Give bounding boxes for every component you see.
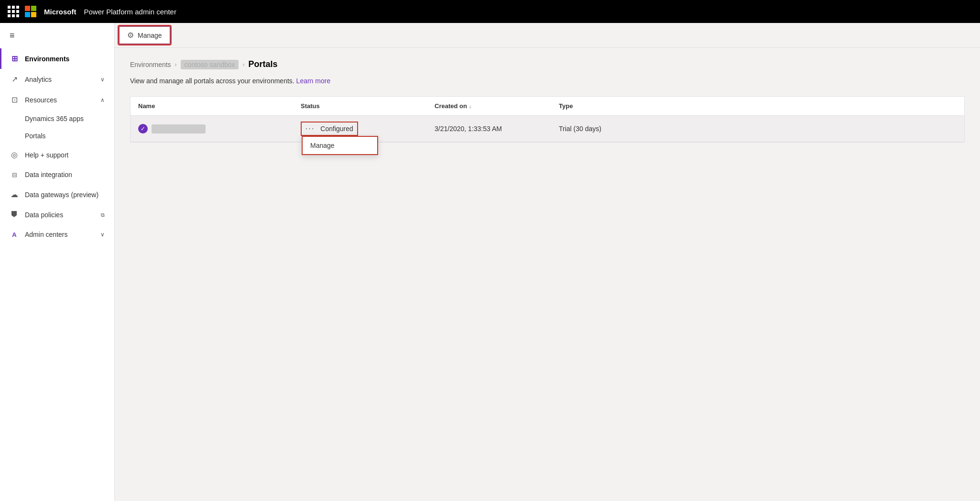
sidebar-item-data-integration[interactable]: ⊟ Data integration bbox=[0, 165, 114, 184]
created-on-value: 3/21/2020, 1:33:53 AM bbox=[435, 125, 502, 133]
page-content: Environments › contoso sandbox › Portals… bbox=[115, 48, 980, 501]
resources-icon: ⊡ bbox=[10, 95, 19, 104]
breadcrumb-separator-2: › bbox=[242, 61, 244, 68]
type-value: Trial (30 days) bbox=[559, 125, 601, 133]
environments-icon: ⊞ bbox=[10, 54, 19, 63]
sidebar-item-data-gateways[interactable]: ☁ Data gateways (preview) bbox=[0, 184, 114, 205]
data-policies-external-icon: ⧉ bbox=[101, 212, 105, 218]
sidebar-label-data-gateways: Data gateways (preview) bbox=[25, 191, 98, 199]
breadcrumb-separator-1: › bbox=[175, 61, 177, 68]
manage-button[interactable]: ⚙ Manage bbox=[119, 26, 171, 45]
analytics-chevron: ∨ bbox=[100, 76, 105, 83]
sidebar-label-dynamics365: Dynamics 365 apps bbox=[25, 115, 84, 122]
status-text: Configured bbox=[320, 125, 353, 133]
sidebar-label-analytics: Analytics bbox=[25, 76, 52, 83]
cell-status: ··· Configured Manage bbox=[301, 122, 435, 136]
breadcrumb-env-name: contoso sandbox bbox=[181, 60, 239, 69]
sidebar-label-admin-centers: Admin centers bbox=[25, 231, 67, 238]
row-name-blurred bbox=[152, 124, 206, 134]
page-description: View and manage all portals across your … bbox=[130, 77, 965, 85]
sidebar-item-admin-centers[interactable]: A Admin centers ∨ bbox=[0, 225, 114, 244]
toolbar: ⚙ Manage bbox=[115, 23, 980, 48]
main-content: ⚙ Manage Environments › contoso sandbox … bbox=[115, 23, 980, 501]
breadcrumb-current: Portals bbox=[248, 59, 277, 69]
col-status: Status bbox=[301, 102, 435, 110]
sidebar-label-data-integration: Data integration bbox=[25, 171, 72, 178]
sidebar-hamburger[interactable]: ≡ bbox=[0, 23, 114, 48]
sidebar-item-data-policies[interactable]: ⛊ Data policies ⧉ bbox=[0, 205, 114, 225]
sidebar-label-portals: Portals bbox=[25, 132, 46, 140]
data-policies-icon: ⛊ bbox=[10, 211, 19, 219]
analytics-icon: ↗ bbox=[10, 75, 19, 84]
sidebar-item-environments[interactable]: ⊞ Environments bbox=[0, 48, 114, 69]
table-header: Name Status Created on ↓ Type bbox=[131, 97, 964, 116]
microsoft-logo bbox=[25, 6, 36, 17]
cell-created: 3/21/2020, 1:33:53 AM bbox=[435, 125, 559, 133]
breadcrumb: Environments › contoso sandbox › Portals bbox=[130, 59, 965, 69]
learn-more-link[interactable]: Learn more bbox=[296, 77, 331, 85]
status-dropdown-menu: Manage bbox=[302, 136, 378, 155]
col-name: Name bbox=[138, 102, 301, 110]
status-highlighted-area: ··· Configured Manage bbox=[301, 122, 358, 136]
data-integration-icon: ⊟ bbox=[10, 171, 19, 178]
sidebar-label-data-policies: Data policies bbox=[25, 211, 63, 219]
sidebar-item-dynamics365[interactable]: Dynamics 365 apps bbox=[0, 110, 114, 127]
sidebar-item-help[interactable]: ◎ Help + support bbox=[0, 145, 114, 165]
portals-table: Name Status Created on ↓ Type bbox=[130, 96, 965, 143]
sidebar-item-portals[interactable]: Portals bbox=[0, 127, 114, 145]
col-type: Type bbox=[559, 102, 654, 110]
brand-name: Microsoft bbox=[44, 8, 76, 16]
admin-centers-icon: A bbox=[10, 231, 19, 238]
breadcrumb-environments[interactable]: Environments bbox=[130, 61, 171, 68]
manage-gear-icon: ⚙ bbox=[127, 31, 134, 40]
sidebar-item-analytics[interactable]: ↗ Analytics ∨ bbox=[0, 69, 114, 89]
topbar: Microsoft Power Platform admin center bbox=[0, 0, 980, 23]
admin-centers-chevron: ∨ bbox=[100, 231, 105, 238]
data-gateways-icon: ☁ bbox=[10, 190, 19, 199]
row-check-icon: ✓ bbox=[138, 124, 148, 134]
sidebar-label-resources: Resources bbox=[25, 96, 57, 104]
row-dots-button[interactable]: ··· bbox=[305, 124, 315, 133]
manage-label: Manage bbox=[138, 32, 162, 39]
waffle-icon[interactable] bbox=[8, 6, 19, 17]
table-row: ✓ ··· Configured bbox=[131, 116, 964, 142]
sidebar-label-help: Help + support bbox=[25, 151, 68, 159]
sidebar-label-environments: Environments bbox=[25, 55, 69, 63]
dropdown-manage[interactable]: Manage bbox=[303, 137, 377, 154]
sidebar: ≡ ⊞ Environments ↗ Analytics ∨ ⊡ Resourc… bbox=[0, 23, 115, 501]
product-name: Power Platform admin center bbox=[84, 8, 176, 16]
sidebar-item-resources[interactable]: ⊡ Resources ∧ bbox=[0, 89, 114, 110]
help-icon: ◎ bbox=[10, 150, 19, 159]
resources-chevron: ∧ bbox=[100, 97, 105, 103]
col-created: Created on ↓ bbox=[435, 102, 559, 110]
cell-type: Trial (30 days) bbox=[559, 125, 654, 133]
sort-icon: ↓ bbox=[469, 103, 472, 109]
cell-name: ✓ bbox=[138, 124, 301, 134]
